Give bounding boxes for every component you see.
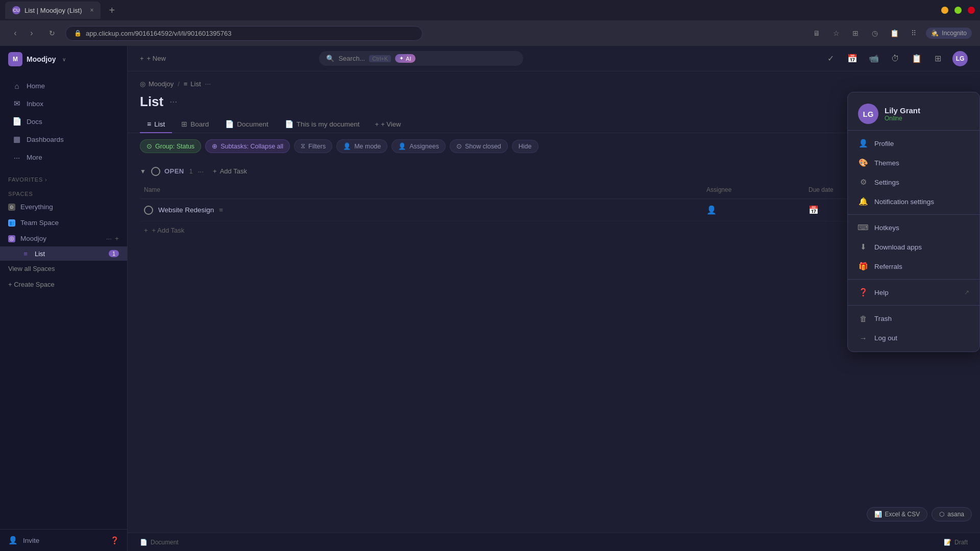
menu-item-hotkeys[interactable]: ⌨ Hotkeys [848, 218, 979, 237]
menu-divider-2 [848, 279, 979, 280]
me-mode-chip[interactable]: 👤 Me mode [336, 139, 387, 153]
group-status-chip[interactable]: ⊙ Group: Status [140, 139, 201, 153]
menu-logout-label: Log out [874, 334, 897, 342]
apps-icon[interactable]: ⠿ [906, 26, 921, 40]
menu-user-info: Lily Grant Online [885, 106, 920, 122]
sidebar-item-dashboards[interactable]: ▦ Dashboards [4, 131, 123, 148]
tab-bar: CU List | Moodjoy (List) × + [0, 0, 980, 20]
table-row[interactable]: Website Redesign ≡ 👤 📅 [140, 199, 968, 221]
team-space-icon: 👥 [8, 219, 15, 227]
add-task-button[interactable]: + Add Task [209, 165, 251, 177]
moodjoy-label: Moodjoy [20, 235, 46, 242]
search-bar[interactable]: 🔍 Search... Ctrl+K ✦ AI [319, 51, 523, 66]
reader-icon[interactable]: ⊞ [848, 26, 863, 40]
menu-item-help[interactable]: ❓ Help ↗ [848, 283, 979, 302]
breadcrumb-more-icon[interactable]: ··· [205, 80, 211, 88]
subtasks-chip[interactable]: ⊕ Subtasks: Collapse all [205, 139, 290, 153]
menu-item-log-out[interactable]: → Log out [848, 328, 979, 347]
menu-item-profile[interactable]: 👤 Profile [848, 134, 979, 153]
add-task-row-icon: + [144, 227, 148, 234]
bottom-document-icon: 📄 [140, 539, 148, 546]
assignee-icon[interactable]: 👤 [706, 205, 717, 215]
tab-my-document[interactable]: 📄 This is my document [278, 116, 367, 133]
team-space-label: Team Space [20, 219, 59, 227]
sidebar-item-moodjoy[interactable]: ◎ Moodjoy ··· + [0, 231, 127, 246]
sidebar-item-docs[interactable]: 📄 Docs [4, 113, 123, 130]
maximize-button[interactable] [954, 7, 962, 14]
filters-chip[interactable]: ⧖ Filters [294, 139, 332, 153]
breadcrumb-workspace[interactable]: ◎ Moodjoy [140, 80, 174, 88]
menu-item-download-apps[interactable]: ⬇ Download apps [848, 237, 979, 257]
hide-label: Hide [519, 143, 532, 150]
url-bar[interactable]: 🔒 app.clickup.com/9016164592/v/l/li/9016… [65, 26, 423, 41]
close-button[interactable] [968, 7, 975, 14]
me-mode-label: Me mode [354, 143, 381, 150]
active-tab[interactable]: CU List | Moodjoy (List) × [5, 2, 101, 19]
sidebar-item-inbox[interactable]: ✉ Inbox [4, 95, 123, 112]
cast-icon[interactable]: 🖥 [810, 26, 824, 40]
incognito-button[interactable]: 🕵 Incognito [926, 28, 972, 39]
task-checkbox[interactable] [144, 206, 153, 215]
asana-button[interactable]: ⬡ asana [932, 507, 972, 521]
sidebar-item-everything[interactable]: ⊙ Everything [0, 199, 127, 214]
help-circle-icon[interactable]: ❓ [110, 536, 119, 544]
history-icon[interactable]: ◷ [868, 26, 882, 40]
user-avatar-button[interactable]: LG [952, 51, 968, 66]
due-date-icon[interactable]: 📅 [808, 205, 819, 215]
menu-item-themes[interactable]: 🎨 Themes [848, 153, 979, 172]
excel-csv-button[interactable]: 📊 Excel & CSV [867, 507, 928, 521]
menu-item-settings[interactable]: ⚙ Settings [848, 172, 979, 192]
create-space-item[interactable]: + Create Space [0, 277, 127, 292]
checkmark-icon[interactable]: ✓ [824, 52, 838, 66]
new-tab-button[interactable]: + [105, 5, 119, 16]
add-task-row[interactable]: + + Add Task [140, 221, 968, 239]
hide-chip[interactable]: Hide [512, 140, 538, 153]
bottom-document-item[interactable]: 📄 Document [140, 539, 179, 546]
assignees-chip[interactable]: 👤 Assignees [391, 139, 446, 153]
notes-icon[interactable]: 📋 [887, 26, 901, 40]
moodjoy-dots-icon[interactable]: ··· [106, 235, 112, 242]
menu-item-trash[interactable]: 🗑 Trash [848, 309, 979, 328]
clock-icon[interactable]: ⏱ [888, 52, 902, 66]
tab-board[interactable]: ⊞ Board [174, 116, 216, 133]
tab-document[interactable]: 📄 Document [218, 116, 276, 133]
group-dots-icon[interactable]: ··· [198, 167, 204, 176]
breadcrumb-list[interactable]: ≡ List [184, 80, 201, 88]
notepad-icon[interactable]: 📋 [910, 52, 924, 66]
sidebar-item-inbox-label: Inbox [27, 100, 43, 108]
moodjoy-add-icon[interactable]: + [115, 235, 119, 242]
view-all-spaces-item[interactable]: View all Spaces [0, 261, 127, 276]
grid-icon[interactable]: ⊞ [931, 52, 945, 66]
tab-close-button[interactable]: × [90, 7, 93, 14]
forward-button[interactable]: › [24, 26, 39, 40]
invite-label[interactable]: Invite [23, 537, 39, 544]
sidebar-subitem-label: List [35, 250, 45, 258]
add-view-button[interactable]: + + View [369, 116, 407, 132]
new-button[interactable]: + + New [140, 55, 166, 62]
bottom-right: 📝 Draft [944, 539, 968, 546]
nav-bar: ‹ › ↻ 🔒 app.clickup.com/9016164592/v/l/l… [0, 20, 980, 46]
bookmark-icon[interactable]: ☆ [829, 26, 843, 40]
calendar-icon[interactable]: 📅 [845, 52, 860, 66]
sidebar-item-more[interactable]: ··· More [4, 148, 123, 166]
sidebar-item-home[interactable]: ⌂ Home [4, 77, 123, 94]
create-space-label: + Create Space [8, 281, 55, 288]
menu-item-referrals[interactable]: 🎁 Referrals [848, 257, 979, 276]
show-closed-chip[interactable]: ⊙ Show closed [450, 139, 508, 153]
camera-icon[interactable]: 📹 [867, 52, 881, 66]
ai-badge[interactable]: ✦ AI [395, 54, 415, 63]
minimize-button[interactable] [941, 7, 948, 14]
task-doc-icon[interactable]: ≡ [219, 206, 223, 214]
workspace-chevron-icon[interactable]: ∨ [62, 57, 66, 62]
sidebar-subitem-list[interactable]: ≡ List 1 [0, 246, 127, 261]
back-button[interactable]: ‹ [8, 26, 22, 40]
group-collapse-icon[interactable]: ▼ [140, 168, 146, 175]
group-count: 1 [189, 168, 193, 175]
tab-list[interactable]: ≡ List [140, 116, 172, 133]
dashboards-icon: ▦ [12, 135, 21, 144]
menu-item-notification-settings[interactable]: 🔔 Notification settings [848, 192, 979, 211]
bottom-draft-item[interactable]: 📝 Draft [944, 539, 968, 546]
sidebar-item-team-space[interactable]: 👥 Team Space [0, 215, 127, 230]
page-title-dots[interactable]: ··· [169, 96, 177, 107]
refresh-button[interactable]: ↻ [45, 26, 59, 40]
